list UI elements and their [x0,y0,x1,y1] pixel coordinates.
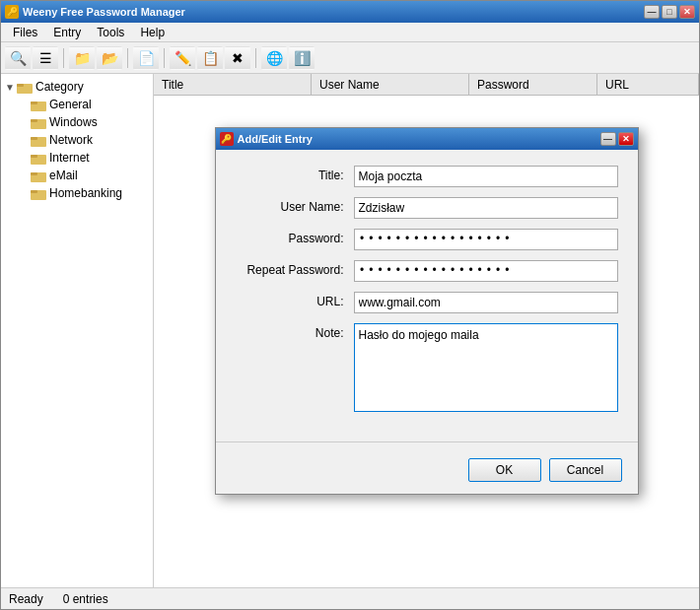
sidebar-item-windows[interactable]: Windows [15,113,153,131]
ok-button[interactable]: OK [468,458,541,482]
dialog-title: Add/Edit Entry [238,133,313,145]
toolbar-separator-2 [127,48,128,68]
maximize-button[interactable]: □ [662,5,677,19]
add-entry-button[interactable]: 📁 [69,46,95,70]
svg-rect-1 [17,84,24,87]
main-window: 🔑 Weeny Free Password Manager — □ ✕ File… [0,0,700,610]
sidebar-label-general: General [49,98,92,111]
sidebar-children: General Windows Network [1,96,153,202]
title-bar-left: 🔑 Weeny Free Password Manager [5,5,185,19]
url-label: URL: [236,292,354,308]
title-input[interactable] [354,166,618,187]
sidebar-label-network: Network [49,133,93,147]
sidebar-root[interactable]: ▼ Category [1,78,153,96]
tree-toggle-root: ▼ [5,82,17,93]
table-header: Title User Name Password URL [154,74,699,96]
toolbar: 🔍 ☰ 📁 📂 📄 ✏️ 📋 ✖ 🌐 ℹ️ [1,42,699,74]
svg-rect-13 [31,190,37,193]
svg-rect-7 [31,137,37,140]
sidebar-item-internet[interactable]: Internet [15,149,153,167]
menu-bar: Files Entry Tools Help [1,23,699,42]
sidebar-item-homebanking[interactable]: Homebanking [15,184,153,202]
toolbar-separator-1 [63,48,64,68]
toolbar-separator-3 [164,48,165,68]
dialog-footer: OK Cancel [216,450,638,494]
folder-icon-email [31,169,46,182]
username-label: User Name: [236,197,354,214]
sidebar-label-windows: Windows [49,115,98,129]
folder-icon-windows [31,116,46,129]
info-button[interactable]: ℹ️ [289,46,315,70]
col-url: URL [597,74,699,95]
svg-rect-5 [31,119,37,122]
sidebar-label-email: eMail [49,169,78,182]
dialog-overlay: 🔑 Add/Edit Entry — ✕ Title: [154,74,699,587]
dialog-body: Title: User Name: Password: [216,150,638,434]
note-label: Note: [236,323,354,340]
password-label: Password: [236,229,354,245]
content-area: ▼ Category General [1,74,699,587]
dialog-title-buttons: — ✕ [600,132,634,146]
close-button[interactable]: ✕ [679,5,695,19]
add-edit-dialog: 🔑 Add/Edit Entry — ✕ Title: [215,127,639,495]
copy-button[interactable]: 📋 [197,46,223,70]
menu-tools[interactable]: Tools [89,24,132,41]
main-panel: Title User Name Password URL 🔑 Add/Edit … [154,74,699,587]
dialog-minimize-button[interactable]: — [600,132,616,146]
list-button[interactable]: ☰ [33,46,58,70]
repeat-password-row: Repeat Password: [236,260,618,282]
search-button[interactable]: 🔍 [5,46,31,70]
repeat-password-label: Repeat Password: [236,260,354,277]
dialog-title-left: 🔑 Add/Edit Entry [220,132,313,146]
title-row: Title: [236,166,618,187]
col-title: Title [154,74,312,95]
delete-button[interactable]: ✖ [225,46,250,70]
minimize-button[interactable]: — [644,5,660,19]
menu-files[interactable]: Files [5,24,45,41]
sidebar-root-label: Category [35,80,84,94]
note-row: Note: Hasło do mojego maila [236,323,618,412]
sidebar-item-email[interactable]: eMail [15,167,153,184]
edit-button[interactable]: ✏️ [170,46,195,70]
title-bar-buttons: — □ ✕ [644,5,695,19]
sidebar: ▼ Category General [1,74,154,587]
new-doc-button[interactable]: 📄 [133,46,159,70]
note-input[interactable]: Hasło do mojego maila [354,323,618,412]
toolbar-separator-4 [255,48,256,68]
folder-icon-root [17,81,33,94]
globe-button[interactable]: 🌐 [261,46,287,70]
svg-rect-11 [31,172,37,175]
sidebar-item-general[interactable]: General [15,96,153,113]
folder-icon-general [31,99,46,111]
dialog-divider [216,441,638,442]
entries-count: 0 entries [63,592,108,606]
menu-help[interactable]: Help [132,24,173,41]
sidebar-item-network[interactable]: Network [15,131,153,149]
menu-entry[interactable]: Entry [45,24,89,41]
url-input[interactable] [354,292,618,313]
sidebar-label-homebanking: Homebanking [49,186,122,200]
folder-icon-homebanking [31,187,46,200]
folder-icon-internet [31,152,46,165]
password-input[interactable] [354,229,618,250]
url-row: URL: [236,292,618,313]
app-title: Weeny Free Password Manager [23,6,185,18]
password-row: Password: [236,229,618,250]
add-subfolder-button[interactable]: 📂 [97,46,122,70]
svg-rect-9 [31,155,37,158]
repeat-password-input[interactable] [354,260,618,282]
col-password: Password [469,74,597,95]
dialog-close-button[interactable]: ✕ [618,132,634,146]
dialog-title-bar: 🔑 Add/Edit Entry — ✕ [216,128,638,150]
status-bar: Ready 0 entries [1,587,699,609]
username-row: User Name: [236,197,618,219]
col-username: User Name [312,74,469,95]
title-bar: 🔑 Weeny Free Password Manager — □ ✕ [1,1,699,23]
cancel-button[interactable]: Cancel [549,458,622,482]
username-input[interactable] [354,197,618,219]
sidebar-label-internet: Internet [49,151,90,165]
title-label: Title: [236,166,354,182]
status-text: Ready [9,592,43,606]
svg-rect-3 [31,102,37,104]
folder-icon-network [31,134,46,147]
